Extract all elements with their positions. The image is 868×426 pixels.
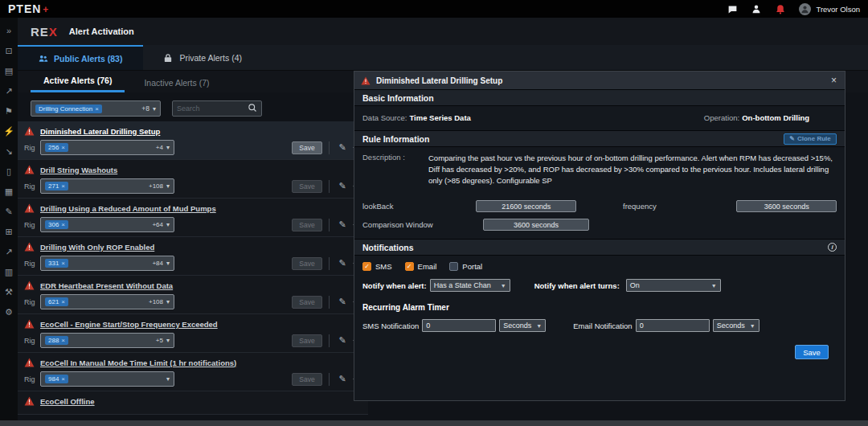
- sms-notification-input[interactable]: [422, 319, 496, 332]
- contact-icon[interactable]: [751, 3, 762, 14]
- alert-list-item[interactable]: EcoCell In Manual Mode Time Limit (1 hr …: [18, 353, 368, 391]
- alert-list-item[interactable]: Diminished Lateral Drilling Setup Rig 25…: [18, 121, 368, 160]
- search-icon[interactable]: [248, 101, 257, 116]
- rig-multiselect[interactable]: 331 × +84 ▾: [40, 256, 174, 271]
- close-icon[interactable]: ×: [829, 75, 838, 86]
- sidebar-nav-icon[interactable]: ⚡: [2, 125, 15, 137]
- save-button[interactable]: Save: [292, 334, 322, 347]
- comparison-window-value[interactable]: 3600 seconds: [483, 219, 589, 231]
- alert-list-item[interactable]: EcoCell - Engine Start/Stop Frequency Ex…: [18, 314, 368, 353]
- alert-list-item[interactable]: Drilling Using a Reduced Amount of Mud P…: [18, 199, 368, 237]
- alert-list-item[interactable]: EcoCell Offline Rig × ▾: [18, 391, 368, 415]
- rule-fields: lookBack 21600 seconds frequency 3600 se…: [354, 189, 845, 239]
- tab-public-alerts[interactable]: Public Alerts (83): [18, 45, 143, 70]
- sidebar-nav-icon[interactable]: ✎: [2, 205, 15, 218]
- chip-remove-icon[interactable]: ×: [61, 337, 65, 344]
- edit-icon[interactable]: ✎: [336, 297, 349, 307]
- save-button[interactable]: Save: [292, 141, 322, 154]
- edit-icon[interactable]: ✎: [336, 258, 349, 268]
- chip-remove-icon[interactable]: ×: [61, 144, 65, 151]
- filter-chip[interactable]: Drilling Connection ×: [35, 104, 102, 113]
- checkbox-icon[interactable]: [362, 262, 371, 271]
- sidebar-nav-icon[interactable]: »: [2, 24, 15, 37]
- edit-icon[interactable]: ✎: [336, 219, 349, 230]
- chip-remove-icon[interactable]: ×: [61, 375, 65, 383]
- sidebar-nav-icon[interactable]: ⊡: [2, 44, 15, 57]
- rig-multiselect[interactable]: 621 × +108 ▾: [40, 294, 174, 309]
- notify-when-alert-select[interactable]: Has a State Chan ▼: [430, 279, 510, 292]
- sidebar-nav-icon[interactable]: ⚒: [2, 285, 15, 298]
- chip-remove-icon[interactable]: ×: [95, 105, 99, 113]
- rig-chip[interactable]: 621 ×: [45, 297, 68, 306]
- sms-unit-select[interactable]: Seconds ▼: [499, 319, 546, 332]
- email-notification-input[interactable]: [636, 319, 710, 332]
- sidebar-nav-icon[interactable]: ↘: [2, 145, 15, 158]
- rig-chip[interactable]: 271 ×: [45, 182, 68, 190]
- rig-multiselect[interactable]: 271 × +108 ▾: [40, 178, 174, 194]
- chip-remove-icon[interactable]: ×: [61, 298, 65, 305]
- sidebar-nav-icon[interactable]: ▦: [2, 185, 15, 198]
- checkbox-icon[interactable]: [449, 262, 458, 271]
- sidebar-nav-icon[interactable]: ▯: [2, 165, 15, 178]
- rig-multiselect[interactable]: 984 × ▾: [40, 371, 174, 387]
- alert-title-link[interactable]: Drilling With Only ROP Enabled: [40, 243, 154, 252]
- save-button[interactable]: Save: [292, 257, 322, 270]
- chat-icon[interactable]: [727, 3, 738, 14]
- alert-title-link[interactable]: EcoCell - Engine Start/Stop Frequency Ex…: [40, 320, 218, 329]
- edit-icon[interactable]: ✎: [336, 142, 349, 153]
- chip-remove-icon[interactable]: ×: [61, 182, 65, 190]
- lookback-value[interactable]: 21600 seconds: [476, 200, 576, 212]
- alert-title-link[interactable]: EcoCell Offline: [40, 397, 95, 406]
- info-icon[interactable]: i: [828, 243, 837, 252]
- chip-remove-icon[interactable]: ×: [61, 221, 65, 228]
- category-filter-select[interactable]: Drilling Connection × +8 ▾: [31, 100, 161, 117]
- alert-list-item[interactable]: EDR Heartbeat Present Without Data Rig 6…: [18, 276, 368, 314]
- rig-chip[interactable]: 256 ×: [45, 143, 68, 152]
- frequency-value[interactable]: 3600 seconds: [736, 200, 837, 212]
- description-text: Comparing the past hour vs the previous …: [428, 153, 837, 186]
- edit-icon[interactable]: ✎: [336, 181, 349, 191]
- rig-multiselect[interactable]: 256 × +4 ▾: [40, 140, 174, 155]
- sidebar-nav-icon[interactable]: ⚙: [2, 305, 15, 318]
- edit-icon[interactable]: ✎: [336, 374, 349, 384]
- channel-checkbox[interactable]: SMS: [362, 262, 392, 271]
- channel-checkbox[interactable]: Portal: [449, 262, 482, 271]
- edit-icon[interactable]: ✎: [336, 335, 349, 346]
- alert-title-link[interactable]: Drilling Using a Reduced Amount of Mud P…: [40, 204, 216, 213]
- rig-chip[interactable]: 331 ×: [45, 259, 68, 268]
- alert-title-link[interactable]: EcoCell In Manual Mode Time Limit (1 hr …: [40, 358, 236, 367]
- sidebar-nav-icon[interactable]: ↗: [2, 84, 15, 97]
- save-button[interactable]: Save: [292, 180, 322, 193]
- save-button[interactable]: Save: [292, 373, 322, 386]
- chip-remove-icon[interactable]: ×: [61, 260, 65, 267]
- notify-when-turns-select[interactable]: On ▼: [626, 279, 721, 292]
- alert-title-link[interactable]: Drill String Washouts: [40, 166, 117, 174]
- panel-save-button[interactable]: Save: [795, 345, 829, 359]
- checkbox-icon[interactable]: [405, 262, 414, 271]
- alert-list-item[interactable]: Drill String Washouts Rig 271 × +108 ▾: [18, 160, 368, 199]
- rig-multiselect[interactable]: 306 × +64 ▾: [40, 217, 174, 232]
- sidebar-nav-icon[interactable]: ▤: [2, 64, 15, 77]
- alert-title-link[interactable]: EDR Heartbeat Present Without Data: [40, 281, 173, 290]
- sidebar-nav-icon[interactable]: ⚑: [2, 104, 15, 117]
- save-button[interactable]: Save: [292, 296, 322, 309]
- subtab-active-alerts[interactable]: Active Alerts (76): [31, 72, 125, 92]
- rig-chip[interactable]: 984 ×: [45, 375, 68, 383]
- rig-multiselect[interactable]: 288 × +5 ▾: [40, 333, 174, 348]
- tab-private-alerts[interactable]: Private Alerts (4): [143, 45, 263, 70]
- rig-chip[interactable]: 288 ×: [45, 336, 68, 345]
- save-button[interactable]: Save: [292, 219, 322, 231]
- search-input[interactable]: [177, 104, 248, 113]
- subtab-inactive-alerts[interactable]: Inactive Alerts (7): [131, 74, 222, 92]
- rig-chip[interactable]: 306 ×: [45, 220, 68, 229]
- clone-rule-button[interactable]: ✎ Clone Rule: [784, 133, 837, 145]
- alerts-bell-icon[interactable]: [775, 3, 786, 14]
- channel-checkbox[interactable]: Email: [405, 262, 437, 271]
- alert-list-item[interactable]: Drilling With Only ROP Enabled Rig 331 ×…: [18, 237, 368, 276]
- sidebar-nav-icon[interactable]: ▥: [2, 265, 15, 278]
- email-unit-select[interactable]: Seconds ▼: [713, 319, 760, 332]
- user-menu[interactable]: Trevor Olson: [799, 3, 860, 15]
- sidebar-nav-icon[interactable]: ↗: [2, 245, 15, 258]
- sidebar-nav-icon[interactable]: ⊞: [2, 225, 15, 238]
- alert-title-link[interactable]: Diminished Lateral Drilling Setup: [40, 127, 160, 136]
